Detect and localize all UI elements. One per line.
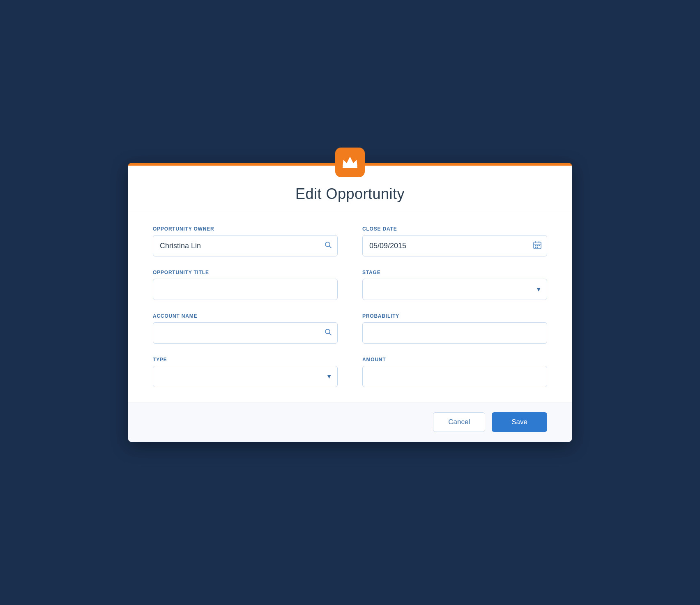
form-group-opportunity-title: OPPORTUNITY TITLE	[153, 270, 338, 300]
input-wrap-account-name	[153, 322, 338, 344]
svg-rect-0	[343, 166, 357, 168]
form-group-opportunity-owner: OPPORTUNITY OWNER	[153, 226, 338, 256]
label-close-date: CLOSE DATE	[362, 226, 547, 232]
label-opportunity-title: OPPORTUNITY TITLE	[153, 270, 338, 275]
modal-body: OPPORTUNITY OWNER CLOSE DATE	[128, 211, 572, 402]
input-wrap-opportunity-owner	[153, 235, 338, 256]
form-group-type: TYPE New Business Existing Business Rene…	[153, 357, 338, 387]
select-wrap-type: New Business Existing Business Renewal ▼	[153, 366, 338, 387]
account-name-input[interactable]	[153, 322, 338, 344]
close-date-input[interactable]	[362, 235, 547, 256]
form-group-close-date: CLOSE DATE	[362, 226, 547, 256]
label-account-name: ACCOUNT NAME	[153, 313, 338, 319]
probability-input[interactable]	[362, 322, 547, 344]
input-wrap-close-date	[362, 235, 547, 256]
form-group-stage: STAGE Prospecting Qualification Needs An…	[362, 270, 547, 300]
stage-select[interactable]: Prospecting Qualification Needs Analysis…	[362, 279, 547, 300]
label-stage: STAGE	[362, 270, 547, 275]
cancel-button[interactable]: Cancel	[433, 412, 485, 432]
label-probability: PROBABILITY	[362, 313, 547, 319]
input-wrap-opportunity-title	[153, 279, 338, 300]
modal-icon-container	[335, 148, 365, 177]
select-wrap-stage: Prospecting Qualification Needs Analysis…	[362, 279, 547, 300]
label-type: TYPE	[153, 357, 338, 363]
label-amount: AMOUNT	[362, 357, 547, 363]
label-opportunity-owner: OPPORTUNITY OWNER	[153, 226, 338, 232]
crown-icon	[342, 153, 358, 171]
type-select[interactable]: New Business Existing Business Renewal	[153, 366, 338, 387]
modal-title: Edit Opportunity	[153, 185, 547, 203]
input-wrap-amount	[362, 366, 547, 387]
form-group-account-name: ACCOUNT NAME	[153, 313, 338, 344]
form-grid: OPPORTUNITY OWNER CLOSE DATE	[153, 226, 547, 387]
form-group-amount: AMOUNT	[362, 357, 547, 387]
opportunity-owner-input[interactable]	[153, 235, 338, 256]
opportunity-title-input[interactable]	[153, 279, 338, 300]
amount-input[interactable]	[362, 366, 547, 387]
input-wrap-probability	[362, 322, 547, 344]
form-group-probability: PROBABILITY	[362, 313, 547, 344]
modal-footer: Cancel Save	[128, 402, 572, 442]
modal-container: Edit Opportunity OPPORTUNITY OWNER	[128, 163, 572, 442]
save-button[interactable]: Save	[492, 412, 547, 432]
